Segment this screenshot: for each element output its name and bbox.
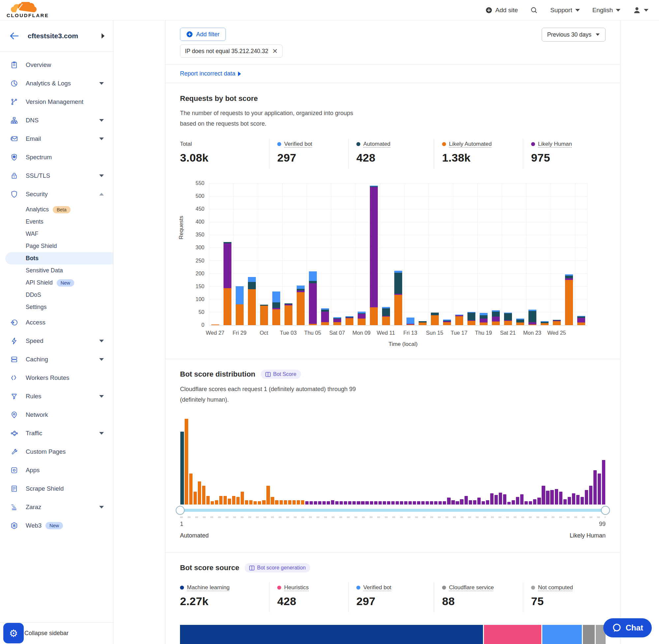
- bar-oct[interactable]: [260, 305, 268, 325]
- sidebar-item-custom-pages[interactable]: Custom Pages: [0, 442, 113, 461]
- remove-filter-icon[interactable]: ✕: [272, 48, 278, 54]
- histogram-bar-score-94[interactable]: [581, 497, 584, 505]
- bar-fri-29[interactable]: [236, 286, 244, 325]
- histogram-bar-score-9[interactable]: [215, 500, 218, 505]
- histogram-bar-score-54[interactable]: [408, 501, 412, 505]
- slider-track[interactable]: [180, 509, 606, 512]
- histogram-bar-score-85[interactable]: [542, 486, 545, 505]
- histogram-bar-score-32[interactable]: [314, 501, 317, 505]
- histogram-bar-score-81[interactable]: [524, 501, 528, 505]
- histogram-bar-score-73[interactable]: [490, 493, 494, 505]
- histogram-bar-score-45[interactable]: [370, 501, 373, 505]
- histogram-bar-score-17[interactable]: [249, 500, 253, 505]
- sidebar-item-scrape-shield[interactable]: Scrape Shield: [0, 480, 113, 498]
- histogram-bar-score-33[interactable]: [318, 501, 322, 505]
- bar-tue-03[interactable]: [284, 303, 292, 325]
- histogram-bar-score-78[interactable]: [512, 500, 515, 505]
- sidebar-item-dns[interactable]: DNS: [0, 111, 113, 130]
- histogram-bar-score-90[interactable]: [563, 499, 567, 505]
- bar-wed-25[interactable]: [553, 320, 561, 325]
- histogram-bar-score-93[interactable]: [576, 495, 580, 505]
- sidebar-item-network[interactable]: Network: [0, 406, 113, 424]
- histogram-bar-score-42[interactable]: [357, 501, 360, 505]
- sidebar-item-overview[interactable]: Overview: [0, 56, 113, 74]
- histogram-bar-score-4[interactable]: [193, 492, 197, 505]
- slider-handle-min[interactable]: [176, 506, 185, 515]
- histogram-bar-score-40[interactable]: [348, 501, 351, 505]
- bot-score-badge[interactable]: Bot Score: [261, 370, 301, 379]
- histogram-bar-score-8[interactable]: [211, 501, 214, 505]
- language-menu[interactable]: English: [592, 6, 620, 14]
- add-filter-button[interactable]: Add filter: [180, 28, 226, 41]
- histogram-bar-score-65[interactable]: [455, 501, 459, 505]
- histogram-bar-score-2[interactable]: [185, 419, 188, 505]
- histogram-bar-score-24[interactable]: [280, 500, 283, 505]
- histogram-bar-score-92[interactable]: [572, 493, 575, 505]
- histogram-bar-score-18[interactable]: [254, 501, 257, 505]
- histogram-bar-score-53[interactable]: [404, 501, 407, 505]
- date-range-select[interactable]: Previous 30 days: [542, 28, 606, 42]
- bar-day-26[interactable]: [516, 319, 524, 325]
- histogram-bar-score-10[interactable]: [219, 496, 222, 505]
- histogram-bar-score-51[interactable]: [396, 501, 399, 505]
- bar-day-14[interactable]: [370, 186, 378, 325]
- bar-day-20[interactable]: [443, 320, 451, 325]
- histogram-bar-score-86[interactable]: [546, 491, 549, 505]
- histogram-bar-score-20[interactable]: [262, 500, 265, 505]
- histogram-bar-score-74[interactable]: [494, 495, 498, 505]
- histogram-bar-score-38[interactable]: [339, 501, 343, 505]
- bar-fri-13[interactable]: [406, 318, 415, 325]
- histogram-bar-score-13[interactable]: [232, 496, 235, 505]
- histogram-bar-score-75[interactable]: [499, 493, 502, 505]
- bar-thu-05[interactable]: [309, 271, 317, 325]
- source-segment-verified-bot[interactable]: [542, 625, 582, 644]
- histogram-bar-score-37[interactable]: [335, 501, 338, 505]
- bar-day-24[interactable]: [492, 310, 500, 325]
- bar-day-12[interactable]: [346, 316, 353, 325]
- sidebar-item-rules[interactable]: Rules: [0, 387, 113, 406]
- source-segment-machine-learning[interactable]: [180, 625, 483, 644]
- histogram-bar-score-49[interactable]: [387, 501, 390, 505]
- histogram-bar-score-96[interactable]: [589, 486, 592, 505]
- bar-day-4[interactable]: [248, 277, 256, 325]
- histogram-bar-score-70[interactable]: [477, 498, 481, 505]
- histogram-bar-score-6[interactable]: [202, 486, 205, 505]
- bar-day-16[interactable]: [394, 271, 402, 325]
- bar-wed-11[interactable]: [382, 307, 390, 325]
- histogram-bar-score-52[interactable]: [400, 501, 403, 505]
- histogram-bar-score-82[interactable]: [529, 501, 532, 505]
- histogram-bar-score-55[interactable]: [413, 501, 416, 505]
- histogram-bar-score-25[interactable]: [284, 500, 287, 505]
- histogram-bar-score-7[interactable]: [206, 496, 210, 505]
- histogram-bar-score-88[interactable]: [555, 489, 558, 505]
- sidebar-subitem-waf[interactable]: WAF: [0, 228, 113, 240]
- sidebar-item-analytics-logs[interactable]: Analytics & Logs: [0, 74, 113, 93]
- histogram-bar-score-1[interactable]: [180, 432, 184, 505]
- histogram-bar-score-5[interactable]: [198, 481, 201, 505]
- histogram-bar-score-87[interactable]: [550, 490, 554, 505]
- histogram-bar-score-27[interactable]: [292, 500, 296, 505]
- sidebar-subitem-settings[interactable]: Settings: [0, 301, 113, 313]
- histogram-bar-score-30[interactable]: [305, 501, 309, 505]
- site-switcher[interactable]: cftestsite3.com: [0, 20, 113, 52]
- histogram-bar-score-79[interactable]: [516, 497, 519, 505]
- chat-button[interactable]: Chat: [603, 618, 652, 638]
- histogram-bar-score-59[interactable]: [430, 501, 433, 505]
- sidebar-item-speed[interactable]: Speed: [0, 332, 113, 350]
- sidebar-item-access[interactable]: Access: [0, 313, 113, 332]
- histogram-bar-score-69[interactable]: [473, 500, 476, 505]
- sidebar-item-traffic[interactable]: Traffic: [0, 424, 113, 442]
- bar-mon-23[interactable]: [528, 309, 536, 325]
- histogram-bar-score-91[interactable]: [568, 497, 571, 505]
- filter-chip[interactable]: IP does not equal 35.212.240.32 ✕: [180, 45, 283, 58]
- sidebar-item-spectrum[interactable]: Spectrum: [0, 148, 113, 166]
- histogram-bar-score-58[interactable]: [426, 501, 429, 505]
- bar-day-8[interactable]: [297, 285, 305, 325]
- histogram-bar-score-57[interactable]: [421, 501, 425, 505]
- histogram-bar-score-95[interactable]: [585, 490, 588, 505]
- sidebar-item-email[interactable]: Email: [0, 130, 113, 148]
- histogram-bar-score-39[interactable]: [344, 501, 347, 505]
- histogram-bar-score-61[interactable]: [439, 501, 442, 505]
- source-segment-heuristics[interactable]: [484, 625, 541, 644]
- report-incorrect-data-link[interactable]: Report incorrect data: [180, 70, 241, 77]
